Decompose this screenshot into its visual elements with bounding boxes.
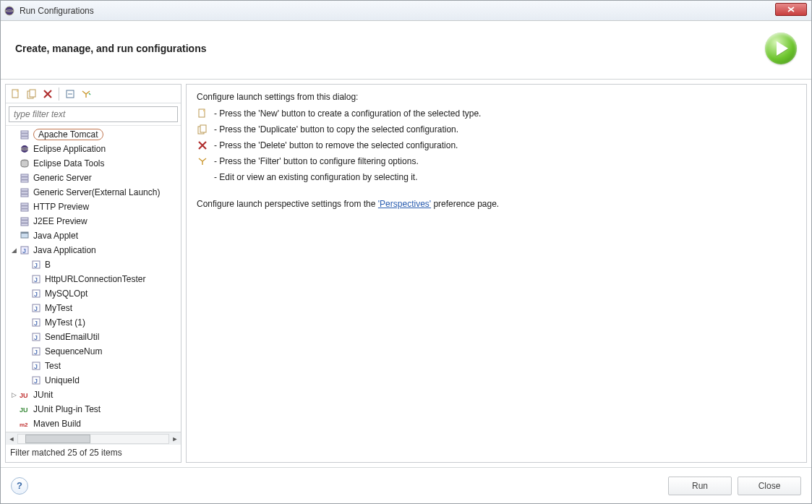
svg-point-0 [5,7,14,15]
svg-text:J: J [34,320,38,327]
j-icon: J [30,317,42,328]
toolbar-separator [59,87,59,101]
svg-rect-18 [21,195,28,197]
svg-rect-8 [21,134,28,136]
delete-button[interactable] [40,87,55,101]
collapse-all-button[interactable] [63,87,77,101]
expand-arrow-icon[interactable]: ◢ [9,247,19,254]
server-icon [19,172,30,184]
tree-item[interactable]: J2EE Preview [6,214,181,228]
svg-text:JU: JU [20,406,28,414]
perspectives-link[interactable]: 'Perspectives' [378,199,431,209]
instruction-row: - Edit or view an existing configuration… [197,171,796,183]
svg-rect-24 [21,223,28,226]
help-button[interactable]: ? [11,477,28,495]
tree-item-label: Generic Server [33,173,92,183]
filter-status: Filter matched 25 of 25 items [6,445,181,462]
eclipse-icon [19,143,30,155]
instruction-row: - Press the 'Duplicate' button to copy t… [197,124,796,135]
tree-child-item[interactable]: JTest [6,359,181,373]
horizontal-scrollbar[interactable]: ◄ ► [6,432,181,445]
tree-item-label: SequenceNum [45,346,102,356]
titlebar: Run Configurations [1,1,811,21]
instruction-text: - Press the 'Filter' button to configure… [214,156,419,166]
sidebar-toolbar [6,85,181,103]
tree-child-item[interactable]: JMyTest (1) [6,315,181,330]
eclipse-icon [4,5,15,17]
tree-item-label: MyTest [45,303,72,313]
svg-rect-19 [21,203,28,205]
tree-item-label: Eclipse Application [33,144,106,154]
db-icon [19,158,30,169]
tree-item[interactable]: Generic Server [6,171,181,185]
svg-text:J: J [34,276,38,283]
config-tree[interactable]: Apache TomcatEclipse ApplicationEclipse … [6,125,181,432]
server-icon [19,215,30,227]
svg-text:JU: JU [20,392,28,399]
tree-child-item[interactable]: JSequenceNum [6,344,181,359]
new-icon [197,108,208,119]
new-button[interactable] [9,87,23,101]
del-icon [197,140,208,151]
window-close-button[interactable] [775,3,807,16]
svg-rect-23 [21,221,28,223]
tree-item[interactable]: ▷JUJUnit [6,388,181,402]
java-icon: J [19,244,30,256]
tree-child-item[interactable]: JMyTest [6,301,181,315]
window-title: Run Configurations [20,6,94,16]
filter-button[interactable] [79,87,93,101]
tree-child-item[interactable]: JMySQLOpt [6,286,181,301]
filt-icon [197,155,208,167]
tree-child-item[interactable]: JB [6,257,181,272]
svg-rect-16 [21,189,28,191]
j-icon: J [30,346,42,357]
svg-text:J: J [34,377,38,385]
expand-arrow-icon[interactable]: ▷ [9,391,19,398]
j-icon: J [30,288,42,299]
j-icon: J [30,259,42,270]
svg-rect-20 [21,206,28,208]
tree-item[interactable]: JUJUnit Plug-in Test [6,402,181,417]
tree-item[interactable]: ◢JJava Application [6,243,181,257]
svg-text:m2: m2 [20,422,28,428]
tree-item[interactable]: Eclipse Data Tools [6,156,181,171]
perspectives-hint: Configure launch perspective settings fr… [197,199,796,209]
svg-rect-4 [30,90,35,97]
tree-child-item[interactable]: JHttpURLConnectionTester [6,272,181,286]
tree-item[interactable]: Apache Tomcat [6,127,181,142]
svg-rect-22 [21,218,28,220]
svg-rect-52 [200,125,206,132]
tree-item[interactable]: m2Maven Build [6,417,181,431]
server-icon [19,129,30,140]
blank-icon [197,171,208,183]
tree-child-item[interactable]: JSendEmailUtil [6,330,181,344]
main-panel: Configure launch settings from this dial… [186,84,807,463]
duplicate-button[interactable] [25,87,39,101]
dialog-header: Create, manage, and run configurations [1,21,811,80]
tree-item[interactable]: Generic Server(External Launch) [6,185,181,200]
tree-item-label: Apache Tomcat [33,129,103,140]
svg-rect-17 [21,192,28,194]
instruction-row: - Press the 'New' button to create a con… [197,108,796,119]
tree-item[interactable]: Eclipse Application [6,142,181,156]
applet-icon [19,230,30,242]
svg-text:J: J [34,305,38,312]
run-button[interactable]: Run [668,477,732,495]
server-icon [19,201,30,213]
dialog-body: Apache TomcatEclipse ApplicationEclipse … [1,80,811,467]
tree-item-label: Eclipse Data Tools [33,158,105,168]
tree-item[interactable]: Java Applet [6,228,181,243]
tree-item[interactable]: HTTP Preview [6,200,181,214]
instruction-text: - Press the 'Delete' button to remove th… [214,140,458,150]
tree-item-label: JUnit [33,390,53,400]
tree-child-item[interactable]: JUniqueId [6,373,181,388]
close-button[interactable]: Close [738,477,801,495]
svg-rect-7 [21,131,28,133]
tree-item-label: HttpURLConnectionTester [45,274,145,284]
svg-text:J: J [34,262,38,269]
svg-point-10 [21,145,28,153]
svg-rect-15 [21,180,28,182]
filter-input[interactable] [9,106,178,122]
tree-item-label: UniqueId [45,375,80,385]
svg-text:J: J [34,291,38,298]
